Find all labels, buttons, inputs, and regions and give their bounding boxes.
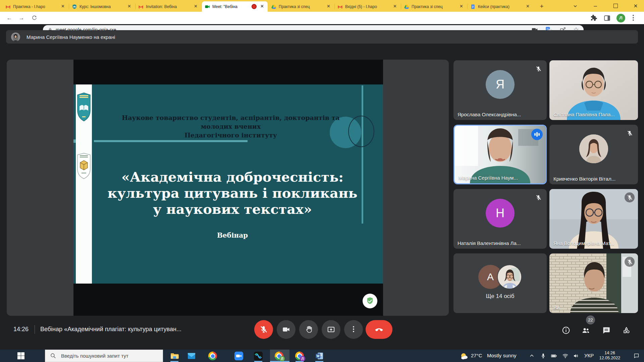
tab-title: Курс: Іншомовна: [79, 4, 125, 9]
activities-icon: [622, 326, 631, 335]
shared-screen-stage[interactable]: Наукове товариство студентів, аспірантів…: [7, 60, 449, 316]
participant-tile-kryvchenko[interactable]: Кривченко Вікторія Вітал...: [549, 125, 638, 184]
participants-button[interactable]: [581, 326, 593, 337]
tab-meet-active[interactable]: Meet: "Вебіна ✕: [202, 1, 268, 12]
mic-off-icon: [625, 192, 635, 202]
gmail-icon: [337, 4, 343, 9]
present-screen-button[interactable]: [322, 320, 340, 339]
tab-close-icon[interactable]: ✕: [326, 4, 331, 9]
weather-desc[interactable]: Mostly sunny: [487, 353, 517, 358]
participant-tile-yaroslava[interactable]: Я Ярослава Олександрівна...: [453, 60, 547, 120]
tab-course[interactable]: Курс: Іншомовна ✕: [69, 1, 135, 12]
divider: [35, 325, 35, 334]
new-tab-button[interactable]: +: [537, 2, 546, 11]
shared-screen-video: Наукове товариство студентів, аспірантів…: [73, 60, 383, 316]
side-panel-icon[interactable]: [603, 14, 611, 22]
clock-date: 12.05.2022: [594, 356, 625, 361]
more-vert-icon: [353, 326, 354, 333]
webex-icon[interactable]: [254, 352, 263, 360]
participant-tile-maryna[interactable]: Марина Сергіївна Наум...: [453, 125, 547, 184]
start-button[interactable]: [17, 352, 24, 359]
profile-avatar[interactable]: Л: [616, 14, 625, 22]
tab-close-icon[interactable]: ✕: [193, 4, 199, 9]
tab-close-icon[interactable]: ✕: [525, 4, 531, 9]
tray-chevron-icon[interactable]: [529, 353, 535, 359]
presenting-banner-text: Марина Сергіївна Науменко на екрані: [26, 34, 115, 40]
battery-icon[interactable]: [551, 353, 557, 359]
camera-button[interactable]: [277, 320, 296, 339]
chrome-profile-green-icon[interactable]: Л: [275, 352, 283, 360]
avatar-photo: [579, 134, 608, 163]
slide-subtitle: Вебінар: [92, 231, 373, 239]
tab-drive-praktyka-1[interactable]: Практика зі спец ✕: [268, 1, 334, 12]
browser-tab-strip: Практика - І.hаро ✕ Курс: Іншомовна ✕ In…: [0, 0, 644, 12]
window-close-button[interactable]: ✕: [628, 0, 643, 12]
participant-tile-yana[interactable]: Яна Володимирівна Мат...: [549, 189, 638, 249]
participant-name: Яна Володимирівна Мат...: [553, 240, 614, 246]
presenter-avatar: [11, 33, 20, 42]
meet-icon: [205, 4, 210, 9]
extensions-puzzle-icon[interactable]: [590, 14, 598, 22]
tab-close-icon[interactable]: ✕: [259, 4, 265, 9]
tab-cases[interactable]: Кейси (практика) ✕: [468, 1, 533, 12]
chrome-profile-purple-icon[interactable]: Л: [295, 352, 304, 360]
chat-icon: [602, 326, 611, 335]
slide-organization-text: Наукове товариство студентів, аспірантів…: [92, 113, 370, 139]
mic-off-button[interactable]: [254, 320, 273, 339]
meeting-details-button[interactable]: [561, 326, 573, 337]
mic-off-icon: [533, 64, 543, 74]
more-participants-tile[interactable]: A Ще 14 осіб: [453, 253, 547, 313]
activities-button[interactable]: [622, 326, 633, 337]
presenting-banner: Марина Сергіївна Науменко на екрані: [6, 30, 638, 44]
action-center-icon[interactable]: [633, 353, 640, 359]
file-explorer-icon[interactable]: [170, 352, 179, 360]
tab-gmail-praktyka[interactable]: Практика - І.hаро ✕: [3, 1, 68, 12]
weather-icon[interactable]: [460, 352, 469, 361]
recording-indicator-dot: [252, 4, 257, 9]
presentation-slide: Наукове товариство студентів, аспірантів…: [73, 84, 383, 284]
reload-button[interactable]: [30, 13, 39, 23]
more-options-button[interactable]: [344, 320, 363, 339]
hand-icon: [304, 325, 313, 334]
word-icon[interactable]: W: [315, 352, 324, 360]
tab-invitation[interactable]: Invitation: Вебіна ✕: [136, 1, 201, 12]
chat-button[interactable]: [602, 326, 613, 337]
end-call-button[interactable]: [366, 320, 392, 339]
chrome-icon[interactable]: [208, 352, 217, 360]
camera-icon: [282, 325, 290, 334]
mail-icon[interactable]: [187, 352, 196, 360]
window-minimize-button[interactable]: –: [588, 0, 603, 12]
tab-close-icon[interactable]: ✕: [459, 4, 464, 9]
raise-hand-button[interactable]: [299, 320, 318, 339]
windows-taskbar: Л Л W 27°C Mostly sunny УКР 14:26 12.05.…: [0, 350, 644, 362]
participant-tile-nataliia[interactable]: Н Наталія Валентинівна Ла...: [453, 189, 547, 249]
taskbar-search[interactable]: [45, 350, 163, 362]
tab-inbox[interactable]: Вхідні (5) - І.hаро ✕: [335, 1, 400, 12]
search-icon: [50, 353, 56, 359]
tab-search-chevron-icon[interactable]: [568, 0, 583, 12]
people-icon: [581, 326, 590, 335]
weather-temp[interactable]: 27°C: [471, 353, 482, 358]
zoom-app-icon[interactable]: [234, 352, 243, 360]
participant-tile-svitlana[interactable]: Світлана Павлівна Пала...: [549, 60, 638, 120]
back-button[interactable]: ←: [5, 13, 14, 23]
tab-close-icon[interactable]: ✕: [60, 4, 66, 9]
tab-close-icon[interactable]: ✕: [126, 4, 132, 9]
tab-close-icon[interactable]: ✕: [392, 4, 398, 9]
meeting-clock: 14:26: [13, 326, 29, 333]
language-indicator[interactable]: УКР: [584, 353, 594, 358]
wifi-icon[interactable]: [562, 353, 569, 359]
window-restore-button[interactable]: [608, 0, 623, 12]
tab-title: Практика - І.hаро: [13, 4, 58, 9]
volume-icon[interactable]: [573, 353, 579, 359]
self-label: Ви: [553, 305, 559, 310]
menu-dots-icon[interactable]: [633, 15, 634, 22]
docs-icon: [470, 4, 476, 9]
tab-drive-praktyka-2[interactable]: Практика зі спец ✕: [401, 1, 467, 12]
forward-button[interactable]: →: [17, 13, 26, 23]
self-view-tile[interactable]: Ви: [549, 253, 638, 313]
taskbar-clock[interactable]: 14:26 12.05.2022: [594, 351, 625, 361]
tray-mic-icon[interactable]: [540, 353, 546, 359]
meet-control-bar: 14:26 Вебінар «Академічний плагіат: куль…: [0, 316, 644, 350]
search-input[interactable]: [60, 353, 162, 359]
